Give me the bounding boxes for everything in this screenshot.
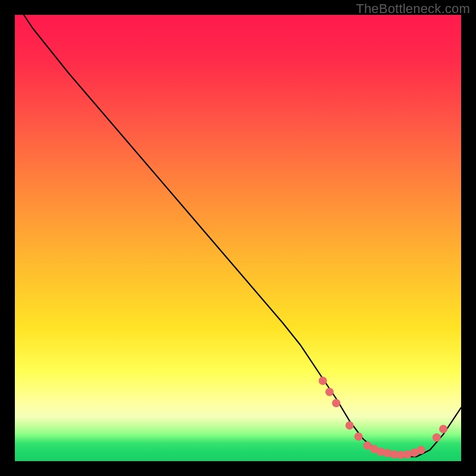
- marker-dot: [332, 399, 340, 408]
- marker-dot: [325, 388, 334, 396]
- bottleneck-curve: [24, 15, 461, 457]
- marker-dot: [319, 377, 327, 385]
- marker-dot: [346, 421, 354, 430]
- chart-frame: TheBottleneck.com: [0, 0, 476, 476]
- gradient-plot-area: [15, 15, 461, 461]
- marker-dot: [355, 433, 363, 441]
- curve-svg: [15, 15, 461, 461]
- marker-dot: [417, 446, 425, 454]
- marker-dot: [439, 425, 447, 433]
- marker-cluster: [319, 377, 448, 459]
- marker-dot: [433, 433, 441, 441]
